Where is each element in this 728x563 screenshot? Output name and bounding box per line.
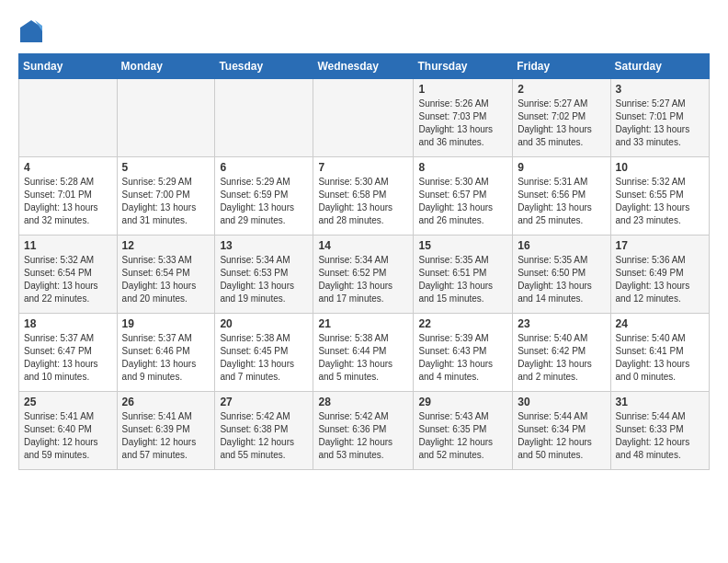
calendar-cell: 27Sunrise: 5:42 AMSunset: 6:38 PMDayligh…	[215, 392, 313, 470]
calendar-week-row: 4Sunrise: 5:28 AMSunset: 7:01 PMDaylight…	[19, 157, 710, 236]
day-number: 14	[318, 239, 408, 252]
day-number: 31	[616, 396, 704, 408]
day-info: Sunrise: 5:27 AMSunset: 7:02 PMDaylight:…	[518, 98, 605, 149]
day-number: 10	[616, 161, 704, 174]
calendar-cell	[313, 79, 414, 157]
day-info: Sunrise: 5:30 AMSunset: 6:58 PMDaylight:…	[318, 176, 408, 227]
day-info: Sunrise: 5:29 AMSunset: 7:00 PMDaylight:…	[122, 176, 210, 227]
calendar-cell: 19Sunrise: 5:37 AMSunset: 6:46 PMDayligh…	[117, 314, 215, 392]
day-number: 12	[122, 239, 210, 252]
calendar-cell: 6Sunrise: 5:29 AMSunset: 6:59 PMDaylight…	[215, 157, 313, 236]
weekday-header-saturday: Saturday	[610, 54, 709, 79]
day-info: Sunrise: 5:38 AMSunset: 6:44 PMDaylight:…	[318, 332, 408, 384]
day-info: Sunrise: 5:37 AMSunset: 6:46 PMDaylight:…	[122, 332, 210, 384]
day-number: 3	[616, 83, 704, 96]
calendar-cell: 5Sunrise: 5:29 AMSunset: 7:00 PMDaylight…	[117, 157, 215, 236]
day-info: Sunrise: 5:36 AMSunset: 6:49 PMDaylight:…	[616, 254, 704, 305]
day-info: Sunrise: 5:41 AMSunset: 6:40 PMDaylight:…	[24, 410, 112, 462]
calendar-cell: 10Sunrise: 5:32 AMSunset: 6:55 PMDayligh…	[610, 157, 709, 236]
weekday-header-monday: Monday	[117, 54, 215, 79]
calendar-cell	[19, 79, 118, 157]
calendar-cell: 25Sunrise: 5:41 AMSunset: 6:40 PMDayligh…	[19, 392, 118, 470]
calendar-cell: 1Sunrise: 5:26 AMSunset: 7:03 PMDaylight…	[414, 79, 513, 157]
calendar-cell: 12Sunrise: 5:33 AMSunset: 6:54 PMDayligh…	[117, 236, 215, 314]
day-info: Sunrise: 5:26 AMSunset: 7:03 PMDaylight:…	[418, 98, 507, 149]
day-number: 15	[418, 239, 507, 252]
day-number: 20	[220, 317, 308, 330]
day-info: Sunrise: 5:31 AMSunset: 6:56 PMDaylight:…	[518, 176, 605, 227]
calendar-cell: 28Sunrise: 5:42 AMSunset: 6:36 PMDayligh…	[313, 392, 414, 470]
calendar-week-row: 11Sunrise: 5:32 AMSunset: 6:54 PMDayligh…	[19, 236, 710, 314]
calendar-cell: 22Sunrise: 5:39 AMSunset: 6:43 PMDayligh…	[414, 314, 513, 392]
day-number: 6	[220, 161, 308, 174]
day-info: Sunrise: 5:33 AMSunset: 6:54 PMDaylight:…	[122, 254, 210, 305]
day-number: 1	[418, 83, 507, 96]
logo	[18, 18, 48, 44]
weekday-header-wednesday: Wednesday	[313, 54, 414, 79]
calendar-cell: 23Sunrise: 5:40 AMSunset: 6:42 PMDayligh…	[513, 314, 610, 392]
day-number: 13	[220, 239, 308, 252]
day-number: 19	[122, 317, 210, 330]
weekday-header-thursday: Thursday	[414, 54, 513, 79]
day-number: 28	[318, 396, 408, 408]
day-number: 17	[616, 239, 704, 252]
day-info: Sunrise: 5:38 AMSunset: 6:45 PMDaylight:…	[220, 332, 308, 384]
calendar-cell: 2Sunrise: 5:27 AMSunset: 7:02 PMDaylight…	[513, 79, 610, 157]
calendar-cell: 21Sunrise: 5:38 AMSunset: 6:44 PMDayligh…	[313, 314, 414, 392]
weekday-header-row: SundayMondayTuesdayWednesdayThursdayFrid…	[19, 54, 710, 79]
calendar-week-row: 25Sunrise: 5:41 AMSunset: 6:40 PMDayligh…	[19, 392, 710, 470]
day-number: 22	[418, 317, 507, 330]
day-info: Sunrise: 5:42 AMSunset: 6:38 PMDaylight:…	[220, 410, 308, 462]
day-info: Sunrise: 5:30 AMSunset: 6:57 PMDaylight:…	[418, 176, 507, 227]
day-info: Sunrise: 5:43 AMSunset: 6:35 PMDaylight:…	[418, 410, 507, 462]
calendar-cell	[117, 79, 215, 157]
day-number: 5	[122, 161, 210, 174]
day-number: 23	[518, 317, 605, 330]
day-info: Sunrise: 5:41 AMSunset: 6:39 PMDaylight:…	[122, 410, 210, 462]
day-number: 18	[24, 317, 112, 330]
calendar-cell: 4Sunrise: 5:28 AMSunset: 7:01 PMDaylight…	[19, 157, 118, 236]
day-info: Sunrise: 5:44 AMSunset: 6:33 PMDaylight:…	[616, 410, 704, 462]
calendar-table: SundayMondayTuesdayWednesdayThursdayFrid…	[18, 53, 710, 470]
day-number: 26	[122, 396, 210, 408]
day-number: 24	[616, 317, 704, 330]
day-number: 21	[318, 317, 408, 330]
day-info: Sunrise: 5:35 AMSunset: 6:51 PMDaylight:…	[418, 254, 507, 305]
day-number: 30	[518, 396, 605, 408]
day-number: 27	[220, 396, 308, 408]
calendar-cell: 29Sunrise: 5:43 AMSunset: 6:35 PMDayligh…	[414, 392, 513, 470]
day-info: Sunrise: 5:34 AMSunset: 6:53 PMDaylight:…	[220, 254, 308, 305]
calendar-cell: 3Sunrise: 5:27 AMSunset: 7:01 PMDaylight…	[610, 79, 709, 157]
weekday-header-sunday: Sunday	[19, 54, 118, 79]
calendar-cell: 18Sunrise: 5:37 AMSunset: 6:47 PMDayligh…	[19, 314, 118, 392]
calendar-week-row: 1Sunrise: 5:26 AMSunset: 7:03 PMDaylight…	[19, 79, 710, 157]
page-header	[18, 18, 710, 44]
day-info: Sunrise: 5:37 AMSunset: 6:47 PMDaylight:…	[24, 332, 112, 384]
calendar-cell: 15Sunrise: 5:35 AMSunset: 6:51 PMDayligh…	[414, 236, 513, 314]
day-info: Sunrise: 5:40 AMSunset: 6:41 PMDaylight:…	[616, 332, 704, 384]
day-info: Sunrise: 5:34 AMSunset: 6:52 PMDaylight:…	[318, 254, 408, 305]
calendar-cell: 20Sunrise: 5:38 AMSunset: 6:45 PMDayligh…	[215, 314, 313, 392]
day-info: Sunrise: 5:40 AMSunset: 6:42 PMDaylight:…	[518, 332, 605, 384]
day-number: 7	[318, 161, 408, 174]
day-info: Sunrise: 5:29 AMSunset: 6:59 PMDaylight:…	[220, 176, 308, 227]
calendar-cell: 8Sunrise: 5:30 AMSunset: 6:57 PMDaylight…	[414, 157, 513, 236]
day-number: 11	[24, 239, 112, 252]
day-info: Sunrise: 5:32 AMSunset: 6:54 PMDaylight:…	[24, 254, 112, 305]
day-info: Sunrise: 5:39 AMSunset: 6:43 PMDaylight:…	[418, 332, 507, 384]
calendar-cell: 30Sunrise: 5:44 AMSunset: 6:34 PMDayligh…	[513, 392, 610, 470]
day-info: Sunrise: 5:35 AMSunset: 6:50 PMDaylight:…	[518, 254, 605, 305]
day-number: 8	[418, 161, 507, 174]
calendar-week-row: 18Sunrise: 5:37 AMSunset: 6:47 PMDayligh…	[19, 314, 710, 392]
calendar-cell: 16Sunrise: 5:35 AMSunset: 6:50 PMDayligh…	[513, 236, 610, 314]
calendar-cell: 24Sunrise: 5:40 AMSunset: 6:41 PMDayligh…	[610, 314, 709, 392]
calendar-cell: 26Sunrise: 5:41 AMSunset: 6:39 PMDayligh…	[117, 392, 215, 470]
day-info: Sunrise: 5:42 AMSunset: 6:36 PMDaylight:…	[318, 410, 408, 462]
day-number: 29	[418, 396, 507, 408]
calendar-cell: 13Sunrise: 5:34 AMSunset: 6:53 PMDayligh…	[215, 236, 313, 314]
calendar-cell: 14Sunrise: 5:34 AMSunset: 6:52 PMDayligh…	[313, 236, 414, 314]
logo-icon	[18, 18, 44, 44]
calendar-cell: 7Sunrise: 5:30 AMSunset: 6:58 PMDaylight…	[313, 157, 414, 236]
day-number: 9	[518, 161, 605, 174]
weekday-header-friday: Friday	[513, 54, 610, 79]
